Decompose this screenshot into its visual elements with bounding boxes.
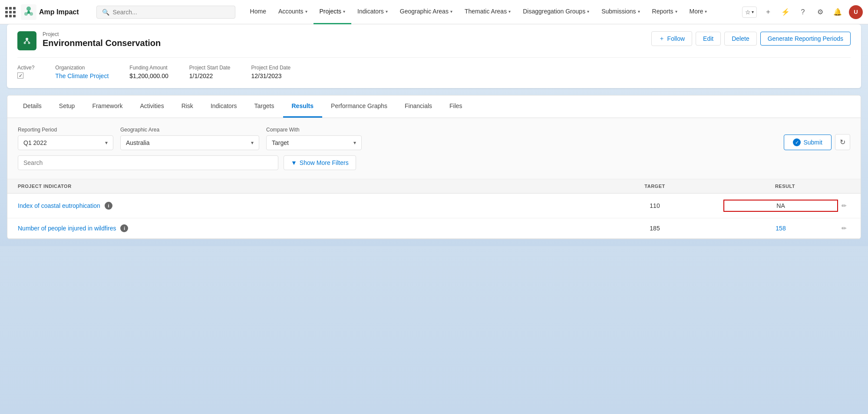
reporting-period-filter: Reporting Period Q1 2022 ▾ [18, 127, 113, 150]
app-logo[interactable]: Amp Impact [21, 4, 79, 20]
info-icon-1[interactable]: i [105, 202, 112, 210]
tab-targets[interactable]: Targets [246, 95, 283, 118]
check-icon: ✓ [793, 138, 801, 146]
tab-financials[interactable]: Financials [396, 95, 441, 118]
svg-point-8 [26, 38, 28, 40]
nav-item-accounts[interactable]: Accounts ▾ [272, 0, 314, 24]
chevron-down-icon: ▾ [705, 9, 707, 14]
indicator-link-2[interactable]: Number of people injured in wildfires [18, 225, 116, 232]
chevron-down-icon: ▾ [508, 9, 511, 14]
tab-performance-graphs[interactable]: Performance Graphs [322, 95, 396, 118]
filters-section: Reporting Period Q1 2022 ▾ Geographic Ar… [7, 118, 861, 179]
refresh-icon: ↻ [840, 138, 845, 146]
add-button[interactable]: ＋ [762, 6, 774, 18]
chevron-down-icon: ▾ [638, 9, 640, 14]
start-date-label: Project Start Date [189, 65, 231, 71]
app-grid-menu[interactable] [5, 7, 16, 17]
nav-item-thematic-areas[interactable]: Thematic Areas ▾ [459, 0, 517, 24]
search-input[interactable] [113, 9, 230, 16]
result-cell-1: NA ✏ [720, 200, 850, 212]
favorites-button[interactable]: ☆ ▾ [742, 7, 757, 18]
submit-button[interactable]: ✓ Submit [784, 135, 832, 150]
lightning-icon[interactable]: ⚡ [779, 6, 792, 18]
tab-files[interactable]: Files [441, 95, 471, 118]
nav-item-submissions[interactable]: Submissions ▾ [595, 0, 646, 24]
chevron-down-icon: ▾ [752, 10, 754, 14]
tab-activities[interactable]: Activities [131, 95, 172, 118]
edit-result-icon-2[interactable]: ✏ [842, 225, 847, 232]
search-icon: 🔍 [102, 9, 109, 16]
geo-area-value: Australia [126, 139, 149, 146]
reporting-period-label: Reporting Period [18, 127, 113, 133]
svg-point-9 [24, 42, 26, 44]
compare-with-select[interactable]: Target ▾ [266, 135, 362, 150]
nav-item-geographic-areas[interactable]: Geographic Areas ▾ [394, 0, 459, 24]
follow-button[interactable]: ＋ Follow [651, 31, 692, 46]
funding-value: $1,200,000.00 [129, 72, 168, 79]
svg-line-6 [27, 13, 29, 13]
organization-value[interactable]: The Climate Project [55, 72, 109, 79]
chevron-down-icon: ▾ [343, 9, 345, 14]
svg-point-10 [28, 42, 30, 44]
chevron-down-icon: ▾ [587, 9, 589, 14]
page-header: Project Environmental Conservation ＋ Fol… [7, 24, 861, 88]
page-header-actions: ＋ Follow Edit Delete Generate Reporting … [651, 31, 851, 46]
svg-point-2 [24, 12, 28, 16]
help-icon[interactable]: ? [797, 6, 809, 18]
tab-framework[interactable]: Framework [83, 95, 131, 118]
project-icon [17, 31, 36, 50]
edit-result-icon-1[interactable]: ✏ [842, 202, 847, 209]
settings-icon[interactable]: ⚙ [814, 6, 826, 18]
refresh-button[interactable]: ↻ [835, 134, 850, 150]
result-value-2[interactable]: 158 [776, 225, 785, 232]
chevron-down-icon: ▾ [386, 9, 388, 14]
tab-indicators[interactable]: Indicators [202, 95, 246, 118]
main-content: Details Setup Framework Activities Risk … [7, 95, 861, 239]
nav-item-disaggregation-groups[interactable]: Disaggregation Groups ▾ [517, 0, 595, 24]
generate-reporting-periods-button[interactable]: Generate Reporting Periods [760, 32, 851, 46]
geo-area-select[interactable]: Australia ▾ [120, 135, 259, 150]
search-wrap [18, 155, 278, 170]
nav-item-home[interactable]: Home [244, 0, 272, 24]
notifications-icon[interactable]: 🔔 [832, 6, 844, 18]
filter-icon: ▼ [291, 159, 297, 166]
top-navigation: Amp Impact 🔍 Home Accounts ▾ Projects ▾ … [0, 0, 868, 24]
target-cell-1: 110 [590, 202, 720, 209]
tab-results[interactable]: Results [283, 95, 323, 118]
page-breadcrumb: Project [43, 31, 161, 37]
show-more-filters-button[interactable]: ▼ Show More Filters [284, 155, 356, 170]
table-header: PROJECT INDICATOR TARGET RESULT [7, 179, 861, 194]
project-metadata: Active? ✓ Organization The Climate Proje… [17, 57, 851, 79]
reporting-period-value: Q1 2022 [23, 139, 47, 146]
nav-item-more[interactable]: More ▾ [683, 0, 713, 24]
svg-line-11 [25, 40, 27, 42]
col-result-header: RESULT [720, 184, 850, 189]
nav-item-indicators[interactable]: Indicators ▾ [351, 0, 394, 24]
geo-area-label: Geographic Area [120, 127, 259, 133]
delete-button[interactable]: Delete [724, 32, 756, 46]
active-checkbox[interactable]: ✓ [17, 72, 23, 79]
svg-point-3 [30, 12, 33, 16]
indicator-cell-1: Index of coastal eutrophication i [18, 202, 590, 210]
edit-button[interactable]: Edit [696, 32, 721, 46]
funding-amount-field: Funding Amount $1,200,000.00 [129, 65, 168, 79]
start-date-field: Project Start Date 1/1/2022 [189, 65, 231, 79]
col-indicator-header: PROJECT INDICATOR [18, 184, 590, 189]
nav-item-reports[interactable]: Reports ▾ [646, 0, 683, 24]
indicator-link-1[interactable]: Index of coastal eutrophication [18, 202, 100, 209]
indicator-cell-2: Number of people injured in wildfires i [18, 224, 590, 232]
compare-with-filter: Compare With Target ▾ [266, 127, 362, 150]
svg-line-7 [29, 13, 30, 13]
end-date-field: Project End Date 12/31/2023 [251, 65, 291, 79]
nav-item-projects[interactable]: Projects ▾ [314, 0, 352, 24]
chevron-down-icon: ▾ [450, 9, 452, 14]
tab-risk[interactable]: Risk [173, 95, 202, 118]
tab-details[interactable]: Details [14, 95, 50, 118]
results-table: PROJECT INDICATOR TARGET RESULT Index of… [7, 179, 861, 239]
search-input[interactable] [18, 155, 278, 170]
info-icon-2[interactable]: i [120, 224, 128, 232]
svg-line-12 [27, 40, 29, 42]
user-avatar[interactable]: U [849, 5, 863, 19]
tab-setup[interactable]: Setup [50, 95, 84, 118]
reporting-period-select[interactable]: Q1 2022 ▾ [18, 135, 113, 150]
